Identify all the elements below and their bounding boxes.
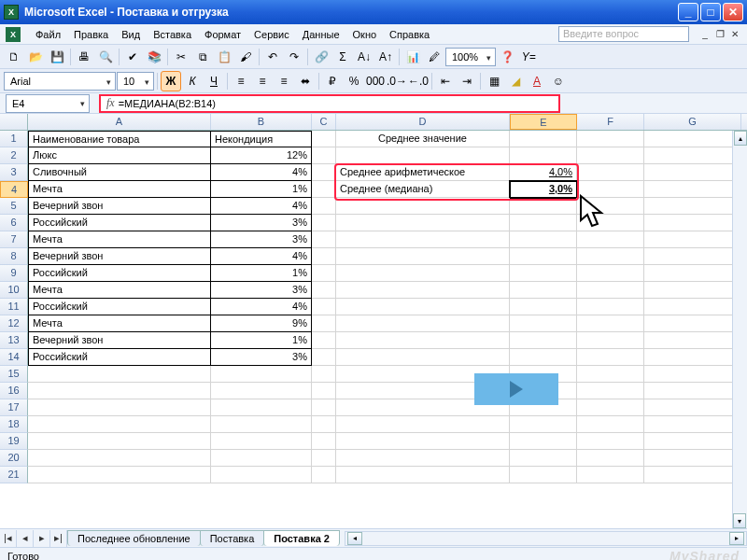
cell-G10[interactable] [644,282,741,299]
col-header-b[interactable]: B [211,114,312,130]
cell-E21[interactable] [510,467,577,483]
cell-D2[interactable] [336,147,510,164]
doc-restore-button[interactable]: ❐ [713,28,726,41]
cell-D21[interactable] [336,467,510,483]
cell-A3[interactable]: Сливочный [28,164,211,181]
row-header-4[interactable]: 4 [0,181,28,198]
increase-decimal-button[interactable]: .0→ [387,71,407,91]
row-header-3[interactable]: 3 [0,164,28,181]
cell-C15[interactable] [312,366,336,383]
cell-C2[interactable] [312,147,336,164]
row-header-9[interactable]: 9 [0,265,28,282]
italic-button[interactable]: К [182,71,203,91]
cell-G15[interactable] [644,366,741,383]
cell-F14[interactable] [577,349,644,366]
cell-F5[interactable] [577,198,644,215]
cell-A17[interactable] [28,399,211,416]
cell-E20[interactable] [510,450,577,467]
font-size-combo[interactable]: 10 [117,72,154,91]
cell-G19[interactable] [644,433,741,450]
tab-nav-next[interactable]: ▸ [34,530,50,547]
row-header-19[interactable]: 19 [0,433,28,450]
cell-E10[interactable] [510,282,577,299]
cell-A7[interactable]: Мечта [28,231,211,248]
bold-button[interactable]: Ж [161,71,181,91]
cell-E5[interactable] [510,198,577,215]
cell-B10[interactable]: 3% [211,282,312,299]
cell-G3[interactable] [644,164,741,181]
tab-nav-prev[interactable]: ◂ [17,530,34,547]
worksheet[interactable]: A B C D E F G 1Наименование товараНеконд… [0,114,747,528]
comma-button[interactable]: 000 [365,71,386,91]
cell-B7[interactable]: 3% [211,231,312,248]
col-header-e[interactable]: E [510,114,577,130]
cell-D9[interactable] [336,265,510,282]
cell-B16[interactable] [211,383,312,399]
percent-button[interactable]: % [344,71,364,91]
horizontal-scrollbar[interactable]: ◂ ▸ [345,531,747,546]
cell-B18[interactable] [211,416,312,433]
col-header-c[interactable]: C [312,114,336,130]
cell-C7[interactable] [312,231,336,248]
fill-color-button[interactable]: ◢ [505,71,526,91]
cell-A6[interactable]: Российский [28,215,211,231]
cell-A10[interactable]: Мечта [28,282,211,299]
cell-A4[interactable]: Мечта [28,181,211,198]
select-all-corner[interactable] [0,114,28,130]
cell-E6[interactable] [510,215,577,231]
minimize-button[interactable]: _ [678,3,698,21]
cell-G14[interactable] [644,349,741,366]
cell-C20[interactable] [312,450,336,467]
cell-B2[interactable]: 12% [211,147,312,164]
cell-G4[interactable] [644,181,741,198]
func-yfx-button[interactable]: Y= [518,47,539,67]
cell-G7[interactable] [644,231,741,248]
doc-close-button[interactable]: ✕ [728,28,741,41]
cell-D5[interactable] [336,198,510,215]
cell-B15[interactable] [211,366,312,383]
col-header-f[interactable]: F [577,114,644,130]
cell-G12[interactable] [644,315,741,332]
cell-C21[interactable] [312,467,336,483]
row-header-8[interactable]: 8 [0,248,28,265]
row-header-14[interactable]: 14 [0,349,28,366]
cell-D11[interactable] [336,299,510,315]
help-button[interactable]: ❓ [497,47,517,67]
cell-C3[interactable] [312,164,336,181]
cell-F3[interactable] [577,164,644,181]
tab-nav-first[interactable]: |◂ [0,530,17,547]
scroll-up-button[interactable]: ▴ [734,131,747,146]
cell-E2[interactable] [510,147,577,164]
cell-G18[interactable] [644,416,741,433]
col-header-a[interactable]: A [28,114,211,130]
menu-file[interactable]: Файл [30,27,66,42]
cell-F1[interactable] [577,131,644,147]
cell-G11[interactable] [644,299,741,315]
cell-C17[interactable] [312,399,336,416]
cell-B6[interactable]: 3% [211,215,312,231]
zoom-combo[interactable]: 100% [445,48,496,66]
cell-G6[interactable] [644,215,741,231]
sort-desc-button[interactable]: A↑ [375,47,396,67]
scroll-left-button[interactable]: ◂ [347,532,362,545]
col-header-g[interactable]: G [644,114,741,130]
play-shape[interactable] [474,373,558,405]
cell-F2[interactable] [577,147,644,164]
fx-icon[interactable]: fx [106,96,115,110]
cell-C18[interactable] [312,416,336,433]
print-preview-button[interactable]: 🔍 [95,47,116,67]
underline-button[interactable]: Ч [204,71,224,91]
cell-F13[interactable] [577,332,644,349]
cell-D7[interactable] [336,231,510,248]
cell-G2[interactable] [644,147,741,164]
cell-F11[interactable] [577,299,644,315]
cell-A5[interactable]: Вечерний звон [28,198,211,215]
row-header-5[interactable]: 5 [0,198,28,215]
cell-C11[interactable] [312,299,336,315]
cell-F17[interactable] [577,399,644,416]
cut-button[interactable]: ✂ [171,47,191,67]
cell-G5[interactable] [644,198,741,215]
sheet-tab-1[interactable]: Последнее обновление [67,530,201,546]
cell-C16[interactable] [312,383,336,399]
cell-B14[interactable]: 3% [211,349,312,366]
